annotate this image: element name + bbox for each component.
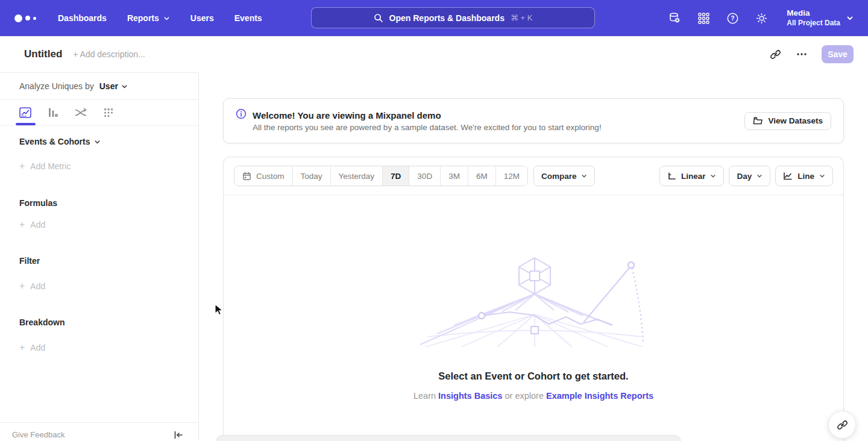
interval-label: Day (737, 172, 752, 181)
visualization-tabs (0, 100, 198, 126)
add-breakdown-button[interactable]: + Add (19, 343, 45, 352)
date-range-30d[interactable]: 30D (409, 166, 440, 186)
nav-items: Dashboards Reports Users Events (58, 13, 262, 23)
date-range-segmented-control: Custom Today Yesterday 7D 30D 3M 6M 12M (234, 166, 528, 186)
chart-type-dropdown[interactable]: Line (775, 166, 833, 186)
nav-item-dashboards[interactable]: Dashboards (58, 13, 107, 23)
date-range-3m[interactable]: 3M (440, 166, 468, 186)
scale-label: Linear (681, 172, 706, 181)
link-icon (837, 419, 848, 431)
search-icon (374, 13, 383, 23)
add-label: Add (30, 343, 45, 352)
project-scope: All Project Data (787, 19, 840, 28)
collapse-sidebar-icon[interactable] (172, 429, 184, 441)
search-shortcut: ⌘ + K (511, 13, 533, 22)
section-events-cohorts[interactable]: Events & Cohorts (19, 137, 101, 146)
middle-text: or explore (505, 391, 543, 401)
more-options-icon[interactable] (795, 48, 808, 61)
tab-bar-chart[interactable] (46, 105, 60, 120)
section-title: Events & Cohorts (19, 137, 90, 146)
chevron-down-icon (94, 139, 101, 145)
add-label: Add Metric (30, 161, 71, 171)
date-range-7d[interactable]: 7D (382, 166, 409, 186)
date-range-custom[interactable]: Custom (234, 166, 292, 186)
info-icon (236, 108, 247, 122)
compare-button[interactable]: Compare (533, 166, 596, 186)
nav-item-label: Events (234, 13, 262, 23)
data-management-icon[interactable] (667, 11, 682, 25)
nav-item-events[interactable]: Events (234, 13, 262, 23)
plus-icon: + (19, 343, 25, 352)
selected-tab-indicator (16, 123, 36, 125)
query-builder-sidebar: Analyze Uniques by User Events & Cohorts (0, 72, 199, 441)
toolbar-left: Custom Today Yesterday 7D 30D 3M 6M 12M … (234, 166, 595, 186)
date-range-yesterday[interactable]: Yesterday (330, 166, 383, 186)
global-search-input[interactable]: Open Reports & Dashboards ⌘ + K (311, 7, 595, 28)
report-header: Untitled + Add description... Save (0, 36, 868, 72)
date-range-6m[interactable]: 6M (468, 166, 495, 186)
analyze-value-text: User (99, 81, 118, 91)
chevron-down-icon (756, 173, 763, 179)
interval-dropdown[interactable]: Day (729, 166, 770, 186)
learn-prefix: Learn (414, 391, 436, 401)
segment-label: 30D (417, 172, 432, 181)
mixpanel-logo-icon[interactable] (14, 14, 36, 22)
settings-gear-icon[interactable] (754, 11, 769, 25)
nav-item-label: Users (190, 13, 214, 23)
add-formula-button[interactable]: + Add (19, 220, 45, 230)
give-feedback-link[interactable]: Give Feedback (12, 430, 64, 439)
section-formulas: Formulas (19, 198, 57, 208)
project-selector[interactable]: Media All Project Data (787, 8, 854, 28)
section-breakdown: Breakdown (19, 317, 64, 327)
scale-dropdown[interactable]: Linear (659, 166, 725, 186)
tab-flow[interactable] (74, 105, 88, 120)
tab-line-chart[interactable] (18, 105, 33, 120)
report-description-field[interactable]: + Add description... (73, 49, 145, 59)
save-button[interactable]: Save (822, 45, 854, 63)
nav-item-label: Dashboards (58, 13, 107, 23)
dots-grid-icon (103, 107, 114, 118)
segment-label: Custom (256, 172, 285, 181)
chart-toolbar: Custom Today Yesterday 7D 30D 3M 6M 12M … (224, 157, 843, 195)
plus-icon: + (19, 161, 25, 171)
empty-state-subtitle: Learn Insights Basics or explore Example… (224, 391, 843, 401)
folder-icon (753, 116, 763, 125)
nav-item-reports[interactable]: Reports (127, 13, 170, 23)
linear-axes-icon (667, 172, 676, 181)
floating-link-button[interactable] (828, 411, 856, 439)
segment-label: 3M (448, 172, 460, 181)
chevron-down-icon (163, 15, 170, 22)
help-icon[interactable]: ? (725, 11, 740, 25)
apps-grid-icon[interactable] (696, 11, 711, 25)
date-range-12m[interactable]: 12M (495, 166, 527, 186)
chevron-down-icon (710, 173, 716, 179)
view-datasets-button[interactable]: View Datasets (744, 112, 831, 130)
flow-icon (75, 108, 87, 117)
report-title[interactable]: Untitled (24, 48, 62, 60)
date-range-today[interactable]: Today (292, 166, 330, 186)
insights-basics-link[interactable]: Insights Basics (438, 391, 502, 401)
section-title: Formulas (19, 198, 57, 208)
report-header-actions: Save (769, 45, 854, 63)
calendar-icon (242, 172, 251, 181)
add-metric-button[interactable]: + Add Metric (19, 161, 71, 171)
add-filter-button[interactable]: + Add (19, 281, 45, 291)
tab-retention-grid[interactable] (101, 105, 116, 120)
chevron-down-icon (846, 14, 854, 22)
banner-subtitle: All the reports you see are powered by a… (253, 123, 602, 132)
plus-icon: + (19, 220, 25, 230)
svg-text:?: ? (731, 14, 734, 22)
project-meta: Media All Project Data (787, 8, 840, 28)
segment-label: 12M (504, 172, 520, 181)
example-insights-reports-link[interactable]: Example Insights Reports (546, 391, 653, 401)
line-chart-icon (783, 172, 793, 181)
view-datasets-label: View Datasets (768, 116, 823, 125)
search-placeholder: Open Reports & Dashboards (389, 13, 505, 23)
chevron-down-icon (819, 173, 825, 179)
segment-label: 7D (391, 172, 401, 181)
analyze-row: Analyze Uniques by User (0, 73, 198, 100)
copy-link-icon[interactable] (769, 48, 782, 61)
nav-item-users[interactable]: Users (190, 13, 214, 23)
line-chart-icon (19, 107, 31, 118)
analyze-value-dropdown[interactable]: User (99, 81, 128, 91)
